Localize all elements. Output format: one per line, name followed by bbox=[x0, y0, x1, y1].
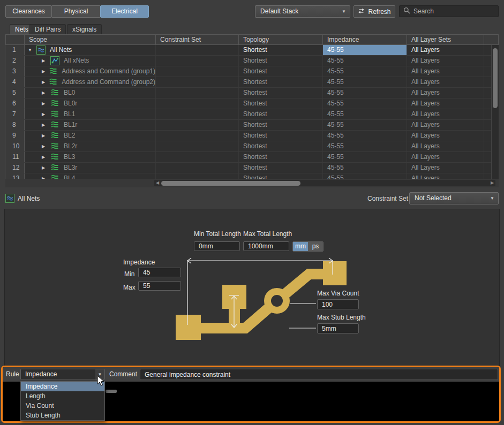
layer-sets-cell[interactable]: All Layers bbox=[407, 131, 484, 141]
scroll-right-icon[interactable]: ▶ bbox=[489, 180, 495, 186]
table-row[interactable]: 13▶BL4Shortest45-55All Layers bbox=[6, 173, 499, 179]
expand-arrow-icon[interactable]: ▶ bbox=[42, 77, 47, 87]
scope-cell[interactable]: ▶BL0r bbox=[25, 98, 156, 109]
constraint-set-cell[interactable] bbox=[156, 163, 239, 173]
impedance-cell[interactable]: 45-55 bbox=[323, 45, 407, 55]
tab-clearances[interactable]: Clearances bbox=[5, 5, 52, 18]
expand-arrow-icon[interactable]: ▶ bbox=[42, 173, 48, 179]
unit-mm-button[interactable]: mm bbox=[293, 242, 308, 251]
expand-arrow-icon[interactable]: ▼ bbox=[28, 45, 34, 55]
table-row[interactable]: 11▶BL3Shortest45-55All Layers bbox=[6, 152, 499, 163]
rule-option[interactable]: Stub Length bbox=[21, 411, 104, 420]
rule-option[interactable]: Via Count bbox=[21, 401, 104, 411]
topology-cell[interactable]: Shortest bbox=[239, 163, 323, 173]
impedance-cell[interactable]: 45-55 bbox=[323, 77, 407, 87]
topology-cell[interactable]: Shortest bbox=[239, 152, 323, 162]
impedance-cell[interactable]: 45-55 bbox=[323, 109, 407, 119]
scope-cell[interactable]: ▶BL0 bbox=[25, 88, 156, 98]
scope-cell[interactable]: ▶BL4 bbox=[25, 173, 156, 179]
impedance-cell[interactable]: 45-55 bbox=[323, 56, 407, 66]
impedance-cell[interactable]: 45-55 bbox=[323, 66, 407, 77]
table-row[interactable]: 1▼All NetsShortest45-55All Layers bbox=[6, 45, 499, 56]
layer-sets-cell[interactable]: All Layers bbox=[407, 163, 484, 173]
topology-cell[interactable]: Shortest bbox=[239, 173, 323, 179]
scroll-left-icon[interactable]: ◀ bbox=[154, 180, 161, 186]
layer-sets-cell[interactable]: All Layers bbox=[407, 152, 484, 162]
impedance-cell[interactable]: 45-55 bbox=[323, 98, 407, 109]
topology-cell[interactable]: Shortest bbox=[239, 45, 323, 55]
expand-arrow-icon[interactable]: ▶ bbox=[42, 120, 48, 130]
table-row[interactable]: 8▶BL1rShortest45-55All Layers bbox=[6, 120, 499, 131]
scope-cell[interactable]: ▼All Nets bbox=[25, 45, 156, 55]
layer-sets-cell[interactable]: All Layers bbox=[407, 120, 484, 130]
constraint-set-cell[interactable] bbox=[156, 98, 239, 109]
impedance-cell[interactable]: 45-55 bbox=[323, 163, 407, 173]
topology-cell[interactable]: Shortest bbox=[239, 120, 323, 130]
layer-sets-cell[interactable]: All Layers bbox=[407, 56, 484, 66]
refresh-button[interactable]: Refresh bbox=[353, 5, 395, 18]
max-stub-length-input[interactable] bbox=[317, 323, 359, 333]
table-row[interactable]: 7▶BL1Shortest45-55All Layers bbox=[6, 109, 499, 120]
tab-xsignals[interactable]: xSignals bbox=[67, 24, 102, 34]
expand-arrow-icon[interactable]: ▶ bbox=[42, 131, 48, 141]
constraint-set-cell[interactable] bbox=[156, 45, 239, 55]
horizontal-scrollbar-thumb[interactable] bbox=[161, 181, 300, 186]
scope-cell[interactable]: ▶BL2 bbox=[25, 131, 156, 141]
table-row[interactable]: 10▶BL2rShortest45-55All Layers bbox=[6, 141, 499, 152]
tab-electrical[interactable]: Electrical bbox=[100, 5, 149, 18]
expand-arrow-icon[interactable]: ▶ bbox=[42, 141, 48, 151]
topology-cell[interactable]: Shortest bbox=[239, 56, 323, 66]
impedance-cell[interactable]: 45-55 bbox=[323, 131, 407, 141]
table-row[interactable]: 9▶BL2Shortest45-55All Layers bbox=[6, 131, 499, 141]
topology-cell[interactable]: Shortest bbox=[239, 141, 323, 151]
impedance-max-input[interactable] bbox=[138, 281, 181, 291]
tab-diff-pairs[interactable]: Diff Pairs bbox=[29, 24, 66, 34]
constraint-set-cell[interactable] bbox=[156, 56, 239, 66]
scope-cell[interactable]: ▶BL1r bbox=[25, 120, 156, 130]
layer-sets-cell[interactable]: All Layers bbox=[407, 77, 484, 87]
table-row[interactable]: 4▶Address and Command (group2)Shortest45… bbox=[6, 77, 499, 88]
header-impedance[interactable]: Impedance bbox=[323, 35, 407, 44]
impedance-cell[interactable]: 45-55 bbox=[323, 141, 407, 151]
constraint-set-cell[interactable] bbox=[156, 173, 239, 179]
scope-cell[interactable]: ▶BL2r bbox=[25, 141, 156, 151]
topology-cell[interactable]: Shortest bbox=[239, 77, 323, 87]
min-total-length-input[interactable] bbox=[194, 241, 240, 251]
rule-option[interactable]: Length bbox=[21, 391, 104, 401]
topology-cell[interactable]: Shortest bbox=[239, 109, 323, 119]
rule-dropdown[interactable]: Impedance ▼ bbox=[20, 369, 105, 380]
vertical-scrollbar-thumb[interactable] bbox=[493, 48, 498, 108]
constraint-set-cell[interactable] bbox=[156, 77, 239, 87]
unit-ps-button[interactable]: ps bbox=[308, 242, 323, 251]
impedance-cell[interactable]: 45-55 bbox=[323, 120, 407, 130]
expand-arrow-icon[interactable]: ▶ bbox=[42, 98, 48, 109]
max-via-count-input[interactable] bbox=[317, 299, 359, 309]
layer-sets-cell[interactable]: All Layers bbox=[407, 141, 484, 151]
expand-arrow-icon[interactable]: ▶ bbox=[42, 163, 48, 173]
scope-cell[interactable]: ▶BL1 bbox=[25, 109, 156, 119]
topology-cell[interactable]: Shortest bbox=[239, 88, 323, 98]
search-input[interactable] bbox=[413, 7, 488, 15]
constraint-set-cell[interactable] bbox=[156, 120, 239, 130]
table-row[interactable]: 2▶All xNetsShortest45-55All Layers bbox=[6, 56, 499, 66]
scope-cell[interactable]: ▶All xNets bbox=[25, 56, 156, 66]
scope-cell[interactable]: ▶BL3r bbox=[25, 163, 156, 173]
header-scope[interactable]: Scope bbox=[25, 35, 156, 44]
table-row[interactable]: 5▶BL0Shortest45-55All Layers bbox=[6, 88, 499, 98]
topology-cell[interactable]: Shortest bbox=[239, 98, 323, 109]
scope-cell[interactable]: ▶BL3 bbox=[25, 152, 156, 162]
constraint-set-cell[interactable] bbox=[156, 131, 239, 141]
constraint-set-cell[interactable] bbox=[156, 141, 239, 151]
constraint-set-cell[interactable] bbox=[156, 88, 239, 98]
scope-cell[interactable]: ▶Address and Command (group2) bbox=[25, 77, 156, 87]
vertical-scrollbar[interactable] bbox=[491, 45, 499, 179]
search-box[interactable] bbox=[399, 5, 499, 17]
table-row[interactable]: 6▶BL0rShortest45-55All Layers bbox=[6, 98, 499, 109]
table-row[interactable]: 3▶Address and Command (group1)Shortest45… bbox=[6, 66, 499, 77]
impedance-cell[interactable]: 45-55 bbox=[323, 173, 407, 179]
layer-sets-cell[interactable]: All Layers bbox=[407, 109, 484, 119]
layer-sets-cell[interactable]: All Layers bbox=[407, 66, 484, 77]
impedance-cell[interactable]: 45-55 bbox=[323, 152, 407, 162]
expand-arrow-icon[interactable]: ▶ bbox=[42, 109, 48, 119]
constraint-set-cell[interactable] bbox=[156, 152, 239, 162]
